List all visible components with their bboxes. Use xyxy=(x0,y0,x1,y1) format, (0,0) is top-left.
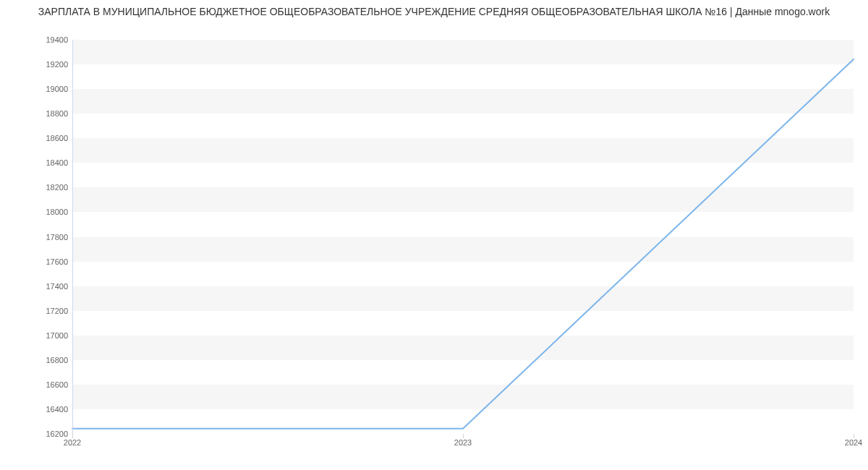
y-tick-label: 17600 xyxy=(10,257,68,266)
series-line xyxy=(72,59,854,429)
y-tick-label: 17400 xyxy=(10,282,68,291)
y-tick-label: 16200 xyxy=(10,430,68,438)
y-tick-label: 17200 xyxy=(10,307,68,315)
y-tick-label: 18600 xyxy=(10,134,68,142)
y-tick-label: 19000 xyxy=(10,85,68,93)
y-tick-label: 19400 xyxy=(10,35,68,44)
chart-container: ЗАРПЛАТА В МУНИЦИПАЛЬНОЕ БЮДЖЕТНОЕ ОБЩЕО… xyxy=(0,0,868,470)
line-series-layer xyxy=(72,40,854,434)
plot-area xyxy=(72,40,854,434)
chart-title: ЗАРПЛАТА В МУНИЦИПАЛЬНОЕ БЮДЖЕТНОЕ ОБЩЕО… xyxy=(0,6,868,17)
y-tick-label: 17800 xyxy=(10,233,68,242)
y-tick-label: 16600 xyxy=(10,380,68,389)
x-tick-label: 2023 xyxy=(454,438,472,447)
y-tick-label: 18000 xyxy=(10,208,68,216)
x-tick-label: 2022 xyxy=(64,438,81,447)
y-tick-label: 18800 xyxy=(10,109,68,118)
y-tick-label: 16800 xyxy=(10,356,68,364)
y-tick-label: 18200 xyxy=(10,183,68,192)
y-tick-label: 17000 xyxy=(10,331,68,340)
y-tick-label: 18400 xyxy=(10,158,68,167)
y-axis-line xyxy=(72,40,73,434)
y-tick-label: 19200 xyxy=(10,60,68,69)
y-tick-label: 16400 xyxy=(10,405,68,414)
x-tick-label: 2024 xyxy=(845,438,862,447)
